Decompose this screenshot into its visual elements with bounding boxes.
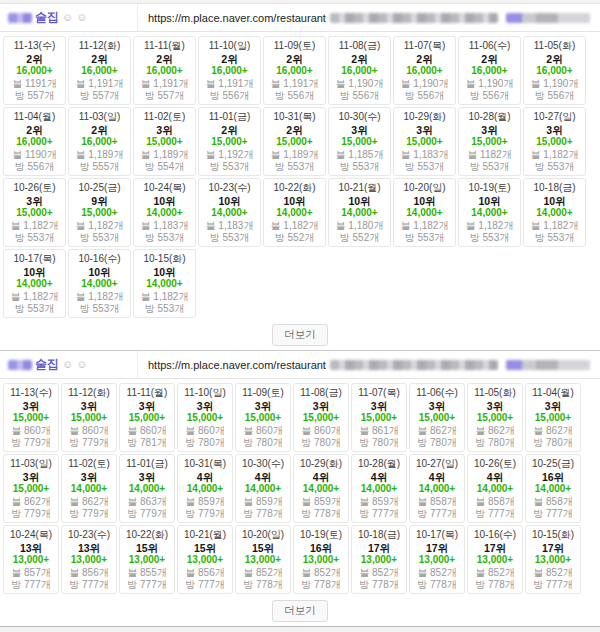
card-date: 10-30(수) (236, 458, 290, 471)
card-rank: 3위 (410, 400, 464, 413)
more-button[interactable]: 더보기 (272, 324, 328, 346)
more-button[interactable]: 더보기 (272, 600, 328, 622)
card-rank: 2위 (394, 53, 455, 66)
rank-card: 10-19(토)16위13,000+블 852개방 778개 (293, 525, 349, 594)
card-visitor-count: 방 777개 (178, 579, 232, 592)
card-saved-count: 15,000+ (459, 136, 520, 149)
card-date: 11-07(목) (352, 387, 406, 400)
card-saved-count: 16,000+ (329, 65, 390, 78)
card-date: 10-28(월) (459, 111, 520, 124)
panel-1-more-row: 더보기 (0, 320, 600, 350)
rank-card: 10-15(화)10위14,000+블 1,182개방 553개 (133, 249, 196, 318)
bottom-scrollbar (0, 626, 600, 632)
redacted-url-suffix (330, 360, 498, 370)
card-rank: 2위 (69, 124, 130, 137)
card-date: 10-23(수) (199, 182, 260, 195)
card-date: 10-20(일) (236, 529, 290, 542)
place-url-link[interactable]: https://m.place.naver.com/restaurant (148, 12, 326, 24)
card-rank: 10위 (134, 195, 195, 208)
card-visitor-count: 방 556개 (394, 90, 455, 103)
rank-card: 11-13(수)2위16,000+블 1191개방 557개 (3, 36, 66, 105)
card-visitor-count: 방 557개 (134, 90, 195, 103)
card-saved-count: 14,000+ (199, 207, 260, 220)
card-date: 10-18(금) (352, 529, 406, 542)
card-rank: 10위 (199, 195, 260, 208)
card-rank: 3위 (524, 124, 585, 137)
rank-card: 10-30(수)4위14,000+블 859개방 778개 (235, 454, 291, 523)
card-visitor-count: 방 553개 (524, 161, 585, 174)
card-rank: 3위 (294, 400, 348, 413)
redacted-url-suffix (330, 13, 498, 23)
card-blog-count: 블 1,182개 (459, 220, 520, 233)
redacted-owner-name (506, 13, 590, 23)
card-rank: 3위 (62, 471, 116, 484)
rank-card: 10-24(목)10위14,000+블 1,183개방 553개 (133, 178, 196, 247)
card-visitor-count: 방 777개 (526, 579, 580, 592)
card-rank: 3위 (120, 400, 174, 413)
card-blog-count: 블 1,182개 (394, 220, 455, 233)
rank-card: 11-05(화)3위15,000+블 862개방 780개 (467, 383, 523, 452)
rank-card: 11-01(금)2위15,000+블 1,192개방 553개 (198, 107, 261, 176)
card-rank: 2위 (264, 53, 325, 66)
card-saved-count: 14,000+ (468, 483, 522, 496)
card-date: 10-18(금) (524, 182, 585, 195)
rank-card: 10-31(목)4위14,000+블 859개방 779개 (177, 454, 233, 523)
card-saved-count: 14,000+ (120, 483, 174, 496)
card-visitor-count: 방 553개 (459, 232, 520, 245)
card-blog-count: 블 1191개 (4, 78, 65, 91)
card-rank: 10위 (69, 266, 130, 279)
panel-2-header: 술집 ☺ ☺ https://m.place.naver.com/restaur… (0, 351, 600, 379)
card-date: 11-01(금) (120, 458, 174, 471)
rank-card: 10-29(화)4위14,000+블 859개방 778개 (293, 454, 349, 523)
card-saved-count: 14,000+ (410, 483, 464, 496)
rank-panel-2: 술집 ☺ ☺ https://m.place.naver.com/restaur… (0, 350, 600, 626)
card-rank: 2위 (199, 124, 260, 137)
card-blog-count: 블 852개 (236, 567, 290, 580)
card-visitor-count: 방 780개 (178, 437, 232, 450)
card-blog-count: 블 1,183개 (134, 220, 195, 233)
card-rank: 4위 (178, 471, 232, 484)
card-visitor-count: 방 556개 (329, 90, 390, 103)
place-category-link[interactable]: 술집 (35, 356, 59, 373)
card-rank: 10위 (394, 195, 455, 208)
card-saved-count: 16,000+ (459, 65, 520, 78)
card-visitor-count: 방 553개 (4, 303, 65, 316)
card-blog-count: 블 1,180개 (329, 220, 390, 233)
card-rank: 2위 (4, 53, 65, 66)
card-saved-count: 13,000+ (4, 554, 58, 567)
card-blog-count: 블 861개 (352, 425, 406, 438)
card-saved-count: 14,000+ (236, 483, 290, 496)
card-visitor-count: 방 553개 (69, 303, 130, 316)
card-date: 11-01(금) (199, 111, 260, 124)
card-visitor-count: 방 557개 (69, 90, 130, 103)
card-date: 11-02(토) (62, 458, 116, 471)
card-saved-count: 14,000+ (4, 278, 65, 291)
card-date: 10-30(수) (329, 111, 390, 124)
place-url-link[interactable]: https://m.place.naver.com/restaurant (148, 359, 326, 371)
card-visitor-count: 방 778개 (294, 508, 348, 521)
card-visitor-count: 방 553개 (199, 161, 260, 174)
redacted-place-name (8, 360, 32, 370)
card-blog-count: 블 852개 (294, 567, 348, 580)
card-saved-count: 14,000+ (62, 483, 116, 496)
card-rank: 3위 (134, 124, 195, 137)
rank-card: 11-08(금)3위15,000+블 860개방 780개 (293, 383, 349, 452)
place-category-link[interactable]: 술집 (35, 9, 59, 26)
card-saved-count: 14,000+ (69, 278, 130, 291)
redacted-owner-name (506, 360, 590, 370)
card-saved-count: 14,000+ (134, 278, 195, 291)
card-blog-count: 블 1,191개 (264, 78, 325, 91)
card-saved-count: 13,000+ (120, 554, 174, 567)
card-rank: 3위 (329, 124, 390, 137)
card-visitor-count: 방 778개 (294, 579, 348, 592)
card-blog-count: 블 1,189개 (264, 149, 325, 162)
card-visitor-count: 방 779개 (4, 437, 58, 450)
card-blog-count: 블 1,182개 (134, 291, 195, 304)
card-rank: 3위 (468, 400, 522, 413)
card-blog-count: 블 1,182개 (524, 220, 585, 233)
rank-card: 11-04(월)2위16,000+블 1190개방 556개 (3, 107, 66, 176)
card-visitor-count: 방 777개 (410, 508, 464, 521)
card-saved-count: 16,000+ (4, 136, 65, 149)
card-blog-count: 블 1,182개 (4, 291, 65, 304)
card-blog-count: 블 1,182개 (264, 220, 325, 233)
